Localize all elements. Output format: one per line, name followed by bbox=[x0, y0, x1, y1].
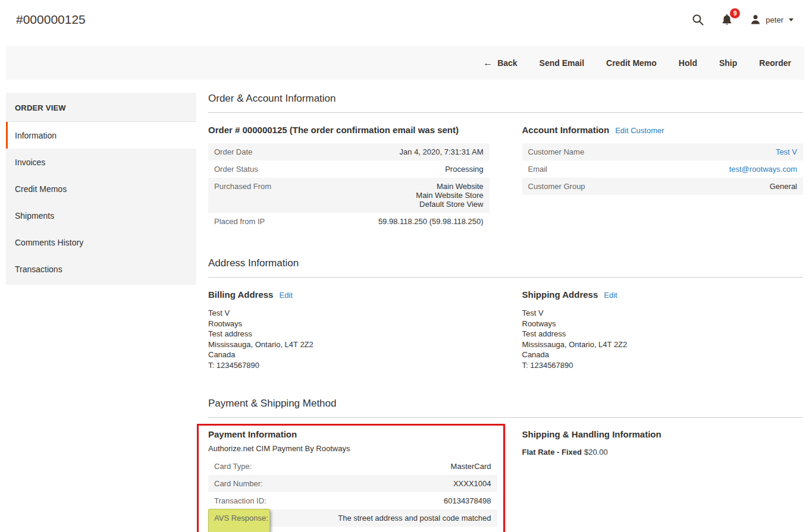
address-line: Test V bbox=[208, 308, 490, 319]
sidebar-item-shipments[interactable]: Shipments bbox=[6, 202, 196, 229]
order-status-value: Processing bbox=[445, 165, 483, 174]
avs-response-label: AVS Response: bbox=[214, 514, 268, 522]
billing-address: Test V Rootways Test address Mississauga… bbox=[208, 308, 490, 370]
shipping-price: $20.00 bbox=[584, 448, 608, 457]
address-line: Mississauga, Ontario, L4T 2Z2 bbox=[522, 339, 804, 350]
address-line: Rootways bbox=[522, 319, 804, 329]
address-section-title: Address Information bbox=[208, 257, 803, 278]
shipping-address: Test V Rootways Test address Mississauga… bbox=[522, 308, 804, 370]
address-section: Address Information Billing Address Edit… bbox=[208, 257, 803, 370]
customer-email-link[interactable]: test@rootways.com bbox=[729, 165, 797, 174]
sidebar-item-information[interactable]: Information bbox=[6, 122, 196, 149]
notification-count-badge: 9 bbox=[730, 8, 740, 18]
red-annotation-box: Payment Information Authorize.net CIM Pa… bbox=[197, 424, 505, 532]
placed-from-ip-value: 59.98.118.250 (59.98.118.250) bbox=[378, 217, 484, 226]
shipping-method-name: Flat Rate - Fixed bbox=[522, 448, 582, 457]
back-button-label: Back bbox=[497, 58, 517, 68]
notifications-bell-icon[interactable]: 9 bbox=[720, 13, 733, 26]
table-row: Purchased From Main Website Main Website… bbox=[208, 178, 490, 213]
address-line: T: 1234567890 bbox=[208, 360, 490, 371]
sidebar-nav: Information Invoices Credit Memos Shipme… bbox=[6, 122, 196, 282]
table-row: Placed from IP 59.98.118.250 (59.98.118.… bbox=[208, 213, 490, 230]
back-button[interactable]: ← Back bbox=[483, 58, 517, 68]
order-info-title: Order # 000000125 (The order confirmatio… bbox=[208, 125, 490, 135]
customer-name-label: Customer Name bbox=[528, 147, 585, 156]
customer-group-label: Customer Group bbox=[528, 182, 585, 191]
order-view-sidebar: ORDER VIEW Information Invoices Credit M… bbox=[6, 93, 196, 285]
header-actions: 9 peter bbox=[691, 13, 794, 26]
shipping-handling-panel: Shipping & Handling Information Flat Rat… bbox=[522, 424, 804, 532]
address-line: Canada bbox=[522, 350, 804, 360]
send-email-button[interactable]: Send Email bbox=[540, 58, 584, 68]
sidebar-item-transactions[interactable]: Transactions bbox=[6, 256, 196, 282]
back-arrow-icon: ← bbox=[483, 58, 493, 68]
ship-button[interactable]: Ship bbox=[719, 58, 737, 68]
sidebar-title: ORDER VIEW bbox=[6, 93, 196, 122]
shipping-handling-title: Shipping & Handling Information bbox=[522, 429, 804, 439]
caret-down-icon bbox=[789, 18, 794, 21]
reorder-button[interactable]: Reorder bbox=[759, 58, 791, 68]
order-date-value: Jan 4, 2020, 7:31:31 AM bbox=[400, 147, 484, 156]
address-line: Mississauga, Ontario, L4T 2Z2 bbox=[208, 339, 490, 350]
table-row: Card Number: XXXX1004 bbox=[208, 475, 497, 492]
order-account-section-title: Order & Account Information bbox=[208, 93, 803, 113]
table-row: Email test@rootways.com bbox=[522, 160, 804, 178]
shipping-method-line: Flat Rate - Fixed$20.00 bbox=[522, 448, 804, 457]
edit-shipping-address-link[interactable]: Edit bbox=[604, 291, 617, 300]
order-action-bar: ← Back Send Email Credit Memo Hold Ship … bbox=[6, 46, 804, 80]
account-info-panel: Account Information Edit Customer Custom… bbox=[522, 125, 804, 230]
card-number-value: XXXX1004 bbox=[453, 479, 491, 488]
card-type-value: MasterCard bbox=[451, 462, 491, 471]
address-line: T: 1234567890 bbox=[522, 360, 804, 371]
user-name: peter bbox=[766, 15, 783, 24]
top-header: #000000125 9 peter bbox=[0, 0, 809, 31]
address-line: Test V bbox=[522, 308, 804, 319]
shipping-address-panel: Shipping Address Edit Test V Rootways Te… bbox=[522, 289, 804, 370]
billing-address-panel: Billing Address Edit Test V Rootways Tes… bbox=[208, 289, 490, 370]
purchased-from-label: Purchased From bbox=[214, 182, 271, 191]
sidebar-item-credit-memos[interactable]: Credit Memos bbox=[6, 175, 196, 202]
payment-shipping-section-title: Payment & Shipping Method bbox=[208, 398, 803, 418]
customer-group-value: General bbox=[770, 182, 797, 191]
table-row: Order Date Jan 4, 2020, 7:31:31 AM bbox=[208, 143, 490, 160]
account-info-title: Account Information bbox=[522, 125, 610, 135]
page-title: #000000125 bbox=[16, 12, 86, 27]
search-icon[interactable] bbox=[691, 13, 704, 26]
placed-from-ip-label: Placed from IP bbox=[214, 217, 265, 226]
hold-button[interactable]: Hold bbox=[679, 58, 697, 68]
order-main-content: Order & Account Information Order # 0000… bbox=[196, 93, 803, 532]
account-info-table: Customer Name Test V Email test@rootways… bbox=[522, 143, 804, 195]
table-row: Card Type: MasterCard bbox=[208, 458, 497, 475]
sidebar-item-invoices[interactable]: Invoices bbox=[6, 149, 196, 175]
order-date-label: Order Date bbox=[214, 147, 252, 156]
email-label: Email bbox=[528, 165, 548, 174]
customer-name-link[interactable]: Test V bbox=[776, 147, 797, 156]
payment-shipping-section: Payment & Shipping Method Payment Inform… bbox=[208, 398, 803, 532]
credit-memo-button[interactable]: Credit Memo bbox=[606, 58, 657, 68]
table-row: Transaction ID: 60134378498 bbox=[208, 492, 497, 509]
shipping-address-title: Shipping Address bbox=[522, 289, 598, 300]
payment-method-name: Authorize.net CIM Payment By Rootways bbox=[208, 444, 497, 453]
user-menu[interactable]: peter bbox=[750, 14, 794, 26]
address-line: Test address bbox=[522, 329, 804, 339]
avs-response-value: The street address and postal code match… bbox=[338, 514, 491, 522]
card-type-label: Card Type: bbox=[214, 462, 252, 471]
order-info-panel: Order # 000000125 (The order confirmatio… bbox=[208, 125, 490, 230]
order-account-section: Order & Account Information Order # 0000… bbox=[208, 93, 803, 230]
payment-info-title: Payment Information bbox=[208, 429, 497, 439]
card-number-label: Card Number: bbox=[214, 479, 263, 488]
order-info-table: Order Date Jan 4, 2020, 7:31:31 AM Order… bbox=[208, 143, 490, 230]
sidebar-item-comments-history[interactable]: Comments History bbox=[6, 229, 196, 256]
edit-billing-address-link[interactable]: Edit bbox=[279, 291, 292, 300]
table-row: Order Status Processing bbox=[208, 160, 490, 178]
purchased-from-value: Main Website Main Website Store Default … bbox=[416, 182, 483, 209]
payment-info-panel: Payment Information Authorize.net CIM Pa… bbox=[208, 424, 490, 532]
edit-customer-link[interactable]: Edit Customer bbox=[615, 126, 664, 135]
table-row: Customer Group General bbox=[522, 178, 804, 195]
address-line: Test address bbox=[208, 329, 490, 339]
billing-address-title: Billing Address bbox=[208, 289, 273, 300]
address-line: Canada bbox=[208, 350, 490, 360]
payment-info-table: Card Type: MasterCard Card Number: XXXX1… bbox=[208, 458, 497, 532]
user-icon bbox=[750, 14, 761, 26]
table-row: Customer Name Test V bbox=[522, 143, 804, 160]
